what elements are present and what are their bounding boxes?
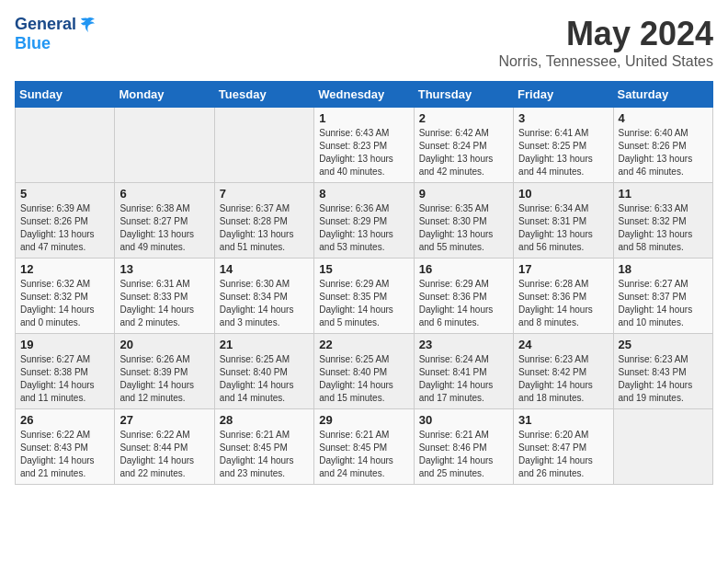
calendar-cell: 27Sunrise: 6:22 AM Sunset: 8:44 PM Dayli…: [115, 409, 214, 485]
day-number: 23: [419, 338, 508, 351]
calendar-week-2: 5Sunrise: 6:39 AM Sunset: 8:26 PM Daylig…: [16, 183, 713, 259]
day-info: Sunrise: 6:25 AM Sunset: 8:40 PM Dayligh…: [220, 353, 309, 405]
logo-bird-icon: [78, 16, 97, 34]
calendar-week-4: 19Sunrise: 6:27 AM Sunset: 8:38 PM Dayli…: [16, 334, 713, 409]
weekday-header-monday: Monday: [115, 82, 214, 108]
calendar-cell: 5Sunrise: 6:39 AM Sunset: 8:26 PM Daylig…: [16, 183, 115, 259]
calendar-cell: [16, 108, 115, 183]
day-number: 27: [119, 413, 209, 427]
day-number: 20: [119, 338, 209, 351]
day-info: Sunrise: 6:21 AM Sunset: 8:45 PM Dayligh…: [319, 429, 408, 480]
day-info: Sunrise: 6:36 AM Sunset: 8:29 PM Dayligh…: [319, 202, 408, 254]
day-info: Sunrise: 6:28 AM Sunset: 8:36 PM Dayligh…: [518, 278, 608, 329]
day-info: Sunrise: 6:41 AM Sunset: 8:25 PM Dayligh…: [518, 127, 608, 178]
calendar-cell: 23Sunrise: 6:24 AM Sunset: 8:41 PM Dayli…: [414, 334, 513, 409]
calendar-cell: 24Sunrise: 6:23 AM Sunset: 8:42 PM Dayli…: [514, 334, 613, 409]
day-number: 18: [619, 262, 708, 276]
day-info: Sunrise: 6:40 AM Sunset: 8:26 PM Dayligh…: [619, 127, 708, 178]
calendar-cell: 1Sunrise: 6:43 AM Sunset: 8:23 PM Daylig…: [314, 108, 414, 183]
calendar-cell: 31Sunrise: 6:20 AM Sunset: 8:47 PM Dayli…: [514, 409, 613, 485]
day-info: Sunrise: 6:27 AM Sunset: 8:37 PM Dayligh…: [619, 278, 708, 329]
day-number: 10: [518, 187, 608, 201]
day-number: 6: [119, 187, 209, 201]
calendar-cell: 4Sunrise: 6:40 AM Sunset: 8:26 PM Daylig…: [613, 108, 712, 183]
title-block: May 2024 Norris, Tennessee, United State…: [498, 15, 713, 70]
day-number: 17: [518, 262, 608, 276]
calendar-cell: 3Sunrise: 6:41 AM Sunset: 8:25 PM Daylig…: [514, 108, 613, 183]
day-number: 4: [619, 111, 708, 125]
day-number: 2: [419, 111, 508, 125]
day-info: Sunrise: 6:37 AM Sunset: 8:28 PM Dayligh…: [220, 202, 309, 254]
calendar-cell: 14Sunrise: 6:30 AM Sunset: 8:34 PM Dayli…: [214, 259, 313, 334]
day-info: Sunrise: 6:43 AM Sunset: 8:23 PM Dayligh…: [319, 127, 408, 178]
day-info: Sunrise: 6:29 AM Sunset: 8:35 PM Dayligh…: [319, 278, 408, 329]
calendar-week-1: 1Sunrise: 6:43 AM Sunset: 8:23 PM Daylig…: [16, 108, 713, 183]
calendar-cell: [115, 108, 214, 183]
calendar-week-3: 12Sunrise: 6:32 AM Sunset: 8:32 PM Dayli…: [16, 259, 713, 334]
day-number: 12: [20, 262, 109, 276]
day-number: 31: [518, 413, 608, 427]
day-number: 26: [20, 413, 109, 427]
day-number: 5: [20, 187, 109, 201]
weekday-header-thursday: Thursday: [414, 82, 513, 108]
day-number: 3: [518, 111, 608, 125]
calendar-cell: 17Sunrise: 6:28 AM Sunset: 8:36 PM Dayli…: [514, 259, 613, 334]
day-info: Sunrise: 6:27 AM Sunset: 8:38 PM Dayligh…: [20, 353, 109, 405]
day-info: Sunrise: 6:34 AM Sunset: 8:31 PM Dayligh…: [518, 202, 608, 254]
calendar-cell: 15Sunrise: 6:29 AM Sunset: 8:35 PM Dayli…: [314, 259, 414, 334]
day-info: Sunrise: 6:23 AM Sunset: 8:43 PM Dayligh…: [619, 353, 708, 405]
day-number: 28: [220, 413, 309, 427]
calendar-cell: 21Sunrise: 6:25 AM Sunset: 8:40 PM Dayli…: [214, 334, 313, 409]
day-info: Sunrise: 6:35 AM Sunset: 8:30 PM Dayligh…: [419, 202, 508, 254]
calendar-cell: 10Sunrise: 6:34 AM Sunset: 8:31 PM Dayli…: [514, 183, 613, 259]
day-number: 9: [419, 187, 508, 201]
day-number: 21: [220, 338, 309, 351]
day-info: Sunrise: 6:32 AM Sunset: 8:32 PM Dayligh…: [20, 278, 109, 329]
calendar-cell: 30Sunrise: 6:21 AM Sunset: 8:46 PM Dayli…: [414, 409, 513, 485]
weekday-header-saturday: Saturday: [613, 82, 712, 108]
calendar-cell: 7Sunrise: 6:37 AM Sunset: 8:28 PM Daylig…: [214, 183, 313, 259]
calendar-cell: 8Sunrise: 6:36 AM Sunset: 8:29 PM Daylig…: [314, 183, 414, 259]
calendar-cell: 6Sunrise: 6:38 AM Sunset: 8:27 PM Daylig…: [115, 183, 214, 259]
weekday-header-tuesday: Tuesday: [214, 82, 313, 108]
day-info: Sunrise: 6:21 AM Sunset: 8:45 PM Dayligh…: [220, 429, 309, 480]
calendar-cell: 11Sunrise: 6:33 AM Sunset: 8:32 PM Dayli…: [613, 183, 712, 259]
day-info: Sunrise: 6:22 AM Sunset: 8:43 PM Dayligh…: [20, 429, 109, 480]
day-info: Sunrise: 6:23 AM Sunset: 8:42 PM Dayligh…: [518, 353, 608, 405]
day-info: Sunrise: 6:24 AM Sunset: 8:41 PM Dayligh…: [419, 353, 508, 405]
day-number: 30: [419, 413, 508, 427]
calendar-cell: 13Sunrise: 6:31 AM Sunset: 8:33 PM Dayli…: [115, 259, 214, 334]
logo: General Blue: [15, 15, 97, 53]
day-number: 15: [319, 262, 408, 276]
calendar-cell: [613, 409, 712, 485]
calendar-cell: 28Sunrise: 6:21 AM Sunset: 8:45 PM Dayli…: [214, 409, 313, 485]
calendar-cell: 22Sunrise: 6:25 AM Sunset: 8:40 PM Dayli…: [314, 334, 414, 409]
day-number: 29: [319, 413, 408, 427]
weekday-header-friday: Friday: [514, 82, 613, 108]
day-number: 8: [319, 187, 408, 201]
logo-general-text: General: [15, 15, 76, 34]
calendar-cell: 25Sunrise: 6:23 AM Sunset: 8:43 PM Dayli…: [613, 334, 712, 409]
weekday-header-sunday: Sunday: [16, 82, 115, 108]
calendar-cell: 9Sunrise: 6:35 AM Sunset: 8:30 PM Daylig…: [414, 183, 513, 259]
calendar-cell: 18Sunrise: 6:27 AM Sunset: 8:37 PM Dayli…: [613, 259, 712, 334]
day-number: 25: [619, 338, 708, 351]
day-number: 13: [119, 262, 209, 276]
calendar-cell: [214, 108, 313, 183]
day-number: 1: [319, 111, 408, 125]
day-number: 24: [518, 338, 608, 351]
page-header: General Blue May 2024 Norris, Tennessee,…: [15, 15, 713, 70]
day-info: Sunrise: 6:38 AM Sunset: 8:27 PM Dayligh…: [119, 202, 209, 254]
calendar-cell: 20Sunrise: 6:26 AM Sunset: 8:39 PM Dayli…: [115, 334, 214, 409]
calendar-cell: 12Sunrise: 6:32 AM Sunset: 8:32 PM Dayli…: [16, 259, 115, 334]
day-info: Sunrise: 6:26 AM Sunset: 8:39 PM Dayligh…: [119, 353, 209, 405]
subtitle: Norris, Tennessee, United States: [498, 53, 713, 70]
day-number: 7: [220, 187, 309, 201]
main-title: May 2024: [498, 15, 713, 53]
day-number: 11: [619, 187, 708, 201]
day-info: Sunrise: 6:42 AM Sunset: 8:24 PM Dayligh…: [419, 127, 508, 178]
day-info: Sunrise: 6:33 AM Sunset: 8:32 PM Dayligh…: [619, 202, 708, 254]
weekday-header-wednesday: Wednesday: [314, 82, 414, 108]
calendar-week-5: 26Sunrise: 6:22 AM Sunset: 8:43 PM Dayli…: [16, 409, 713, 485]
day-number: 16: [419, 262, 508, 276]
